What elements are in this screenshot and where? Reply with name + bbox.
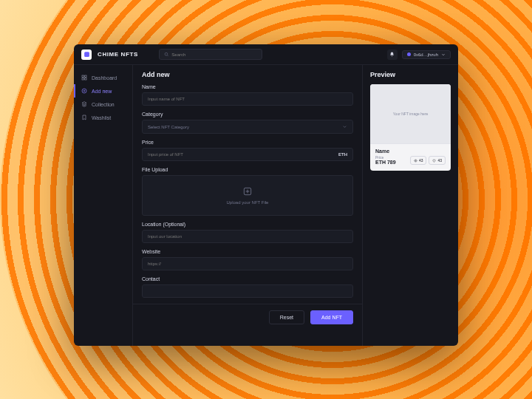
search-field[interactable] — [171, 52, 257, 57]
file-upload-dropzone[interactable]: Upload your NFT File — [142, 175, 353, 216]
svg-point-8 — [415, 160, 416, 160]
sidebar-item-add-new[interactable]: Add new — [74, 84, 132, 98]
location-label: Location (Optional) — [142, 222, 353, 227]
name-label: Name — [142, 84, 353, 89]
website-input[interactable] — [142, 257, 353, 270]
sidebar-item-collection[interactable]: Collection — [74, 98, 132, 111]
top-bar: CHIME NFTS 0x6d…jhzuh — [74, 44, 458, 65]
price-suffix: ETH — [338, 152, 347, 157]
upload-label: File Upload — [142, 167, 353, 172]
app-body: Dashboard Add new Collection Washlist Ad… — [74, 65, 458, 346]
sidebar-item-label: Add new — [92, 89, 112, 94]
website-label: Website — [142, 249, 353, 254]
location-input[interactable] — [142, 230, 353, 243]
user-address: 0x6d…jhzuh — [414, 52, 438, 57]
sidebar-item-label: Collection — [92, 102, 115, 107]
page-title: Add new — [142, 71, 353, 78]
logo-icon — [81, 50, 92, 60]
upload-hint: Upload your NFT File — [227, 200, 269, 205]
reset-button[interactable]: Reset — [269, 310, 304, 324]
sidebar: Dashboard Add new Collection Washlist — [74, 65, 133, 346]
search-input[interactable] — [159, 49, 262, 60]
status-dot-icon — [407, 52, 411, 56]
name-input[interactable] — [142, 92, 353, 106]
sidebar-item-washlist[interactable]: Washlist — [74, 111, 132, 124]
price-input[interactable]: ETH — [142, 148, 353, 161]
add-nft-button[interactable]: Add NFT — [310, 310, 353, 324]
category-placeholder: Select NFT Category — [148, 125, 189, 129]
form-actions: Reset Add NFT — [133, 304, 362, 330]
preview-price: ETH 789 — [375, 160, 396, 165]
category-select[interactable]: Select NFT Category — [142, 120, 353, 134]
price-label: Price — [142, 140, 353, 145]
search-icon — [164, 52, 168, 57]
category-label: Category — [142, 112, 353, 117]
heart-icon — [432, 159, 436, 163]
preview-name-label: Name — [375, 149, 446, 154]
chevron-down-icon — [441, 52, 446, 57]
upload-icon — [242, 186, 253, 197]
svg-rect-3 — [85, 75, 86, 77]
sidebar-item-dashboard[interactable]: Dashboard — [74, 71, 132, 84]
eye-icon — [414, 159, 417, 163]
sidebar-item-label: Dashboard — [92, 75, 117, 81]
bookmark-icon — [81, 115, 87, 120]
svg-rect-0 — [84, 52, 89, 57]
layers-icon — [81, 101, 87, 107]
chevron-down-icon — [342, 124, 347, 129]
views-stat: 43 — [410, 156, 427, 165]
contact-input[interactable] — [142, 284, 353, 298]
app-window: CHIME NFTS 0x6d…jhzuh Dashboard Add — [74, 44, 458, 346]
svg-rect-4 — [82, 78, 83, 80]
preview-column: Preview Your NFT image here Name Price E… — [362, 65, 458, 346]
contact-label: Contact — [142, 276, 353, 282]
bell-icon — [389, 52, 395, 57]
preview-card: Your NFT image here Name Price ETH 789 — [370, 84, 451, 171]
likes-stat: 43 — [429, 156, 446, 165]
user-menu[interactable]: 0x6d…jhzuh — [402, 50, 451, 59]
main-area: Add new Name Category Select NFT Categor… — [133, 65, 458, 346]
notifications-button[interactable] — [387, 50, 398, 60]
preview-title: Preview — [370, 71, 451, 78]
sidebar-item-label: Washlist — [92, 115, 111, 120]
svg-rect-5 — [85, 78, 86, 80]
brand-name: CHIME NFTS — [98, 51, 138, 58]
grid-icon — [81, 75, 87, 81]
plus-circle-icon — [81, 88, 87, 94]
preview-image-placeholder: Your NFT image here — [370, 84, 451, 143]
form-column: Add new Name Category Select NFT Categor… — [133, 65, 362, 346]
svg-point-1 — [165, 52, 168, 55]
svg-rect-2 — [82, 75, 83, 77]
